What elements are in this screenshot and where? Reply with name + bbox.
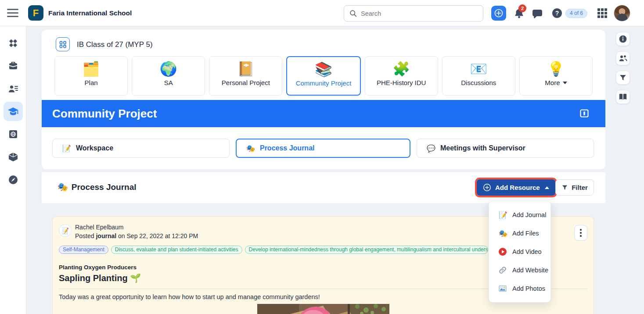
- sidebar-item-dashboard[interactable]: [4, 34, 23, 53]
- toggle-panel-icon[interactable]: [580, 109, 589, 118]
- tab-personal-project[interactable]: 📔 Personal Project: [209, 56, 282, 96]
- quick-add-button[interactable]: [491, 6, 506, 21]
- info-icon: [619, 35, 627, 43]
- menu-item-add-photos[interactable]: Add Photos: [489, 279, 550, 298]
- menu-item-add-video[interactable]: Add Video: [489, 243, 550, 261]
- plus-circle-icon: [483, 183, 491, 192]
- briefcase-icon: [8, 60, 18, 71]
- subtab-workspace[interactable]: 📝 Workspace: [52, 139, 230, 158]
- svg-text:?: ?: [555, 10, 559, 17]
- search-box[interactable]: [344, 5, 483, 21]
- tab-plan[interactable]: 🗂️ Plan: [54, 56, 128, 96]
- post-author-name: Rachel Epelbaum: [75, 224, 124, 231]
- notification-count-badge: 2: [518, 4, 526, 12]
- top-navbar: F Faria International School 2: [0, 0, 644, 26]
- plus-circle-icon: [494, 8, 504, 18]
- envelope-icon: 📧: [470, 61, 487, 76]
- left-sidebar: [0, 26, 26, 314]
- globe-hands-icon: 🌍: [160, 61, 177, 76]
- banner-title: Community Project: [52, 107, 157, 121]
- search-input[interactable]: [361, 10, 483, 17]
- class-tabs: 🗂️ Plan 🌍 SA 📔 Personal Project 📚 Commun…: [54, 56, 593, 96]
- tag-objective-2: Develop international-mindedness through…: [245, 246, 488, 254]
- plan-folder-icon: 🗂️: [83, 61, 100, 76]
- subtab-process-journal[interactable]: 🎭 Process Journal: [236, 139, 410, 158]
- process-journal-toolbar: 🎭Process Journal Add Resource Filter: [42, 172, 605, 203]
- puzzle-icon: 🧩: [392, 61, 410, 76]
- person-roster-icon: [8, 84, 19, 94]
- memo-icon: 📝: [499, 211, 507, 219]
- masks-icon: 🎭: [58, 182, 68, 192]
- community-project-banner: Community Project: [42, 100, 605, 127]
- menu-item-add-website[interactable]: Add Website: [489, 261, 550, 279]
- faria-logo[interactable]: F: [28, 5, 43, 21]
- post-title: Sapling Planting 🌱: [59, 273, 141, 283]
- tutorial-highlight-ring: Add Resource: [475, 178, 557, 197]
- tab-sa[interactable]: 🌍 SA: [132, 56, 205, 96]
- book-globe-icon: [8, 129, 18, 139]
- cube-icon: [8, 152, 18, 162]
- help-icon[interactable]: ?: [552, 8, 562, 18]
- books-icon: 📚: [315, 62, 332, 77]
- class-panel: IB Class of 27 (MYP 5) 🗂️ Plan 🌍 SA 📔 Pe…: [42, 30, 605, 169]
- caret-up-icon: [545, 186, 549, 189]
- class-title: IB Class of 27 (MYP 5): [77, 40, 153, 49]
- tag-self-management: Self-Management: [59, 246, 108, 254]
- tab-community-project[interactable]: 📚 Community Project: [286, 56, 360, 96]
- section-title: 🎭Process Journal: [58, 182, 137, 192]
- post-meta: Posted journal on Sep 22, 2022 at 12:20 …: [75, 232, 198, 239]
- speech-bubbles-icon: 💬: [427, 144, 435, 153]
- tab-more[interactable]: 💡 More: [519, 56, 593, 96]
- post-author-avatar: 📝: [59, 224, 72, 237]
- menu-item-add-files[interactable]: 🎭 Add Files: [489, 224, 550, 243]
- post-options-button[interactable]: [574, 225, 587, 241]
- masks-icon: 🎭: [499, 229, 507, 238]
- add-resource-button[interactable]: Add Resource: [477, 179, 555, 196]
- memo-icon: 📝: [62, 144, 71, 153]
- subtab-meetings-with-supervisor[interactable]: 💬 Meetings with Supervisor: [417, 139, 594, 158]
- bulb-icon: 💡: [547, 61, 565, 76]
- search-icon: [349, 10, 357, 17]
- user-avatar[interactable]: [614, 5, 630, 21]
- school-name: Faria International School: [48, 9, 132, 17]
- hamburger-menu-icon[interactable]: [7, 9, 18, 18]
- sidebar-item-classes[interactable]: [4, 102, 23, 121]
- compass-icon: [8, 175, 18, 185]
- sidebar-item-explore[interactable]: [4, 170, 23, 189]
- filter-button[interactable]: Filter: [555, 179, 594, 196]
- photo-icon: [499, 285, 507, 292]
- messages-icon[interactable]: [532, 8, 543, 19]
- graduation-cap-icon: [7, 106, 19, 117]
- tab-phe-history-idu[interactable]: 🧩 PHE-History IDU: [365, 56, 438, 96]
- managebac-app: F Faria International School 2: [0, 0, 644, 314]
- panel-handbook-button[interactable]: [616, 90, 630, 104]
- panel-info-button[interactable]: [616, 32, 630, 46]
- sidebar-item-handbook[interactable]: [4, 125, 23, 144]
- more-caret-icon: [563, 82, 567, 84]
- add-resource-dropdown: 📝 Add Journal 🎭 Add Files Add Video Add …: [489, 201, 551, 303]
- people-icon: [619, 54, 628, 63]
- post-tags: Self-Management Discuss, evaluate and pl…: [59, 246, 488, 254]
- play-video-icon: [499, 248, 507, 256]
- sidebar-item-resources[interactable]: [4, 147, 23, 167]
- tab-discussions[interactable]: 📧 Discussions: [442, 56, 515, 96]
- help-progress-badge: 4 of 6: [565, 9, 587, 18]
- tag-objective-1: Discuss, evaluate and plan student-initi…: [111, 246, 242, 254]
- funnel-icon: [619, 74, 627, 82]
- link-icon: [499, 266, 507, 274]
- notebook-icon: 📔: [237, 61, 255, 76]
- post-photo-garden[interactable]: [257, 304, 389, 314]
- post-body: Today was a great opportunity to learn h…: [59, 293, 320, 300]
- four-squares-icon: [59, 41, 67, 48]
- sidebar-item-attendance[interactable]: [4, 79, 23, 99]
- open-book-icon: [619, 93, 627, 101]
- funnel-icon: [561, 184, 568, 191]
- kebab-dot: [580, 229, 582, 231]
- apps-grid-icon[interactable]: [597, 8, 608, 18]
- panel-filter-button[interactable]: [616, 71, 630, 85]
- menu-item-add-journal[interactable]: 📝 Add Journal: [489, 206, 550, 224]
- panel-members-button[interactable]: [616, 51, 630, 65]
- class-grid-button[interactable]: [56, 37, 70, 51]
- masks-icon: 🎭: [246, 144, 255, 153]
- sidebar-item-portfolio[interactable]: [4, 56, 23, 75]
